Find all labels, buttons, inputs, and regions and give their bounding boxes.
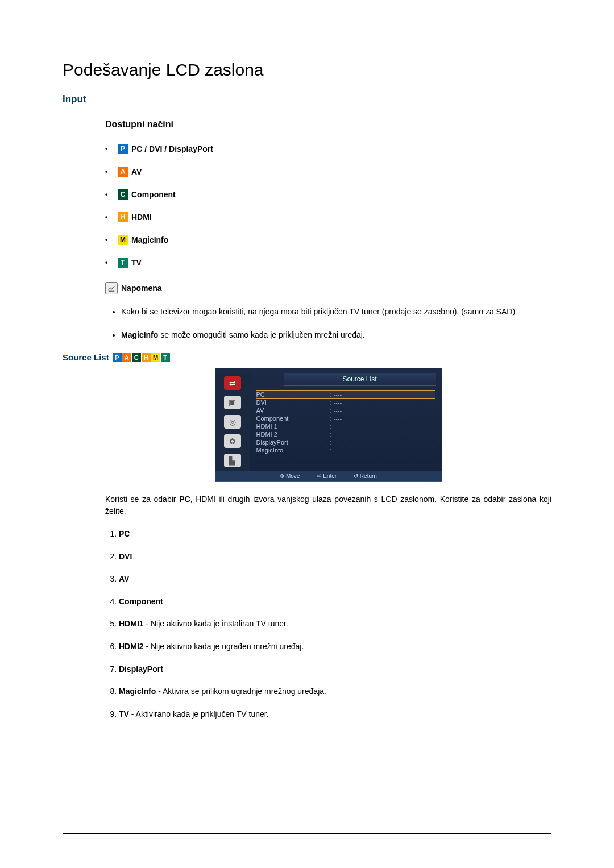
osd-row: DVI: ---- [256, 398, 435, 406]
c-icon: C [132, 353, 141, 362]
osd-row-name: Component [256, 415, 330, 422]
list-item: DVI [119, 551, 551, 563]
section-heading-input: Input [63, 94, 551, 105]
note-text: se može omogućiti samo kada je priključe… [158, 330, 364, 339]
osd-foot-return: ↺ Return [354, 473, 377, 479]
source-numbered-list: PC DVI AV Component HDMI1 - Nije aktivno… [105, 529, 551, 720]
list-item: AV [119, 574, 551, 585]
section-heading-source-list: Source List P A C H M T [63, 352, 551, 362]
osd-row-name: HDMI 2 [256, 431, 330, 438]
top-rule [63, 40, 551, 40]
osd-row-val: : ---- [330, 415, 342, 422]
icon-strip: P A C H M T [113, 353, 171, 362]
source-desc: Koristi se za odabir PC, HDMI ili drugih… [105, 493, 551, 517]
osd-row-val: : ---- [330, 439, 342, 446]
osd-row-val: : ---- [330, 447, 342, 454]
list-item: TV - Aktivirano kada je priključen TV tu… [119, 709, 551, 720]
mode-item-component: C Component [105, 189, 551, 200]
mode-item-magicinfo: M MagicInfo [105, 235, 551, 245]
p-icon: P [113, 353, 122, 362]
mode-label: TV [131, 258, 142, 267]
mode-item-av: A AV [105, 167, 551, 177]
c-icon: C [118, 189, 128, 200]
list-item: HDMI1 - Nije aktivno kada je instaliran … [119, 618, 551, 630]
osd-row-name: DVI [256, 399, 330, 406]
osd-screenshot: ⇄ ▣ ◎ ✿ ▙ Source List PC : ---- DVI: ---… [105, 368, 551, 482]
t-icon: T [161, 353, 170, 362]
osd-row-val: : ---- [330, 407, 342, 414]
m-icon: M [151, 353, 160, 362]
osd-row-val: : ---- [330, 391, 342, 398]
list-item: PC [119, 529, 551, 540]
p-icon: P [118, 144, 128, 154]
osd-footer: ✥ Move ⏎ Enter ↺ Return [215, 471, 442, 481]
osd-row-val: : ---- [330, 399, 342, 406]
osd-panel: ⇄ ▣ ◎ ✿ ▙ Source List PC : ---- DVI: ---… [215, 368, 442, 482]
list-item: HDMI2 - Nije aktivno kada je ugrađen mre… [119, 641, 551, 653]
page-title: Podešavanje LCD zaslona [63, 60, 551, 80]
mode-label: MagicInfo [131, 235, 168, 244]
osd-row: Component: ---- [256, 414, 435, 422]
a-icon: A [118, 167, 128, 177]
note-bold: MagicInfo [121, 330, 158, 339]
mode-item-pc: P PC / DVI / DisplayPort [105, 144, 551, 154]
bottom-rule [63, 833, 551, 834]
osd-row: AV: ---- [256, 406, 435, 414]
osd-row-name: MagicInfo [256, 447, 330, 454]
osd-row: HDMI 2: ---- [256, 430, 435, 438]
mode-label: Component [131, 190, 176, 199]
osd-side-icon: ▣ [224, 396, 241, 409]
h-icon: H [142, 353, 151, 362]
subheading-modes: Dostupni načini [105, 119, 551, 130]
osd-row-selected: PC : ---- [256, 391, 435, 398]
osd-row-name: PC [256, 391, 330, 398]
a-icon: A [122, 353, 131, 362]
h-icon: H [118, 212, 128, 222]
t-icon: T [118, 258, 128, 268]
osd-side-icon: ◎ [224, 415, 241, 429]
note-heading: Napomena [105, 282, 551, 294]
osd-row: DisplayPort: ---- [256, 438, 435, 446]
note-item: MagicInfo se može omogućiti samo kada je… [121, 329, 551, 341]
osd-foot-move: ✥ Move [280, 473, 300, 479]
osd-row-name: HDMI 1 [256, 423, 330, 430]
note-label: Napomena [121, 284, 162, 293]
source-list-label: Source List [63, 352, 109, 362]
modes-list: P PC / DVI / DisplayPort A AV C Componen… [105, 144, 551, 268]
osd-row-name: AV [256, 407, 330, 414]
list-item: MagicInfo - Aktivira se prilikom ugradnj… [119, 686, 551, 697]
mode-item-hdmi: H HDMI [105, 212, 551, 222]
list-item: DisplayPort [119, 664, 551, 675]
document-page: Podešavanje LCD zaslona Input Dostupni n… [0, 0, 614, 868]
osd-row-val: : ---- [330, 423, 342, 430]
mode-label: AV [131, 167, 142, 176]
osd-row: HDMI 1: ---- [256, 422, 435, 430]
osd-side-icon: ✿ [224, 434, 241, 448]
osd-title: Source List [284, 373, 436, 386]
osd-list: PC : ---- DVI: ---- AV: ---- Component: … [250, 386, 442, 459]
mode-label: PC / DVI / DisplayPort [131, 144, 213, 153]
osd-side-icon: ▙ [224, 454, 241, 467]
note-icon [105, 282, 118, 294]
mode-label: HDMI [131, 213, 152, 222]
m-icon: M [118, 235, 128, 245]
note-item: Kako bi se televizor mogao koristiti, na… [121, 306, 551, 318]
osd-row-name: DisplayPort [256, 439, 330, 446]
osd-side-icon: ⇄ [224, 376, 241, 390]
osd-sidebar: ⇄ ▣ ◎ ✿ ▙ [215, 373, 250, 471]
mode-item-tv: T TV [105, 258, 551, 268]
list-item: Component [119, 596, 551, 608]
osd-row: MagicInfo: ---- [256, 446, 435, 454]
osd-row-val: : ---- [330, 431, 342, 438]
osd-foot-enter: ⏎ Enter [317, 473, 337, 479]
note-block: Napomena Kako bi se televizor mogao kori… [105, 282, 551, 341]
notes-list: Kako bi se televizor mogao koristiti, na… [105, 306, 551, 341]
